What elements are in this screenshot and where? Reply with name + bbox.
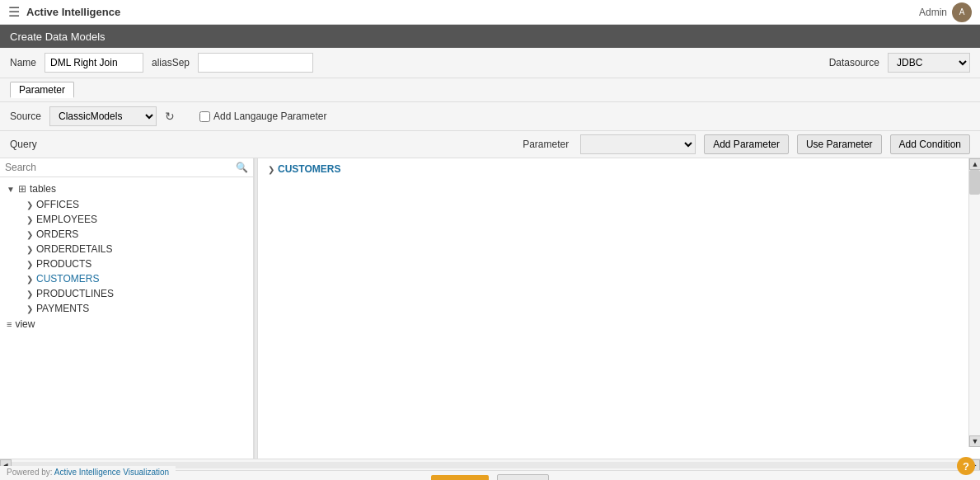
powered-by: Powered by: Active Intelligence Visualiz… xyxy=(0,466,176,478)
orders-label: ORDERS xyxy=(36,228,78,240)
alias-input[interactable] xyxy=(198,53,313,73)
products-label: PRODUCTS xyxy=(36,258,91,270)
customers-table-row[interactable]: ❯ CUSTOMERS xyxy=(258,158,980,180)
powered-by-link[interactable]: Active Intelligence Visualization xyxy=(54,468,169,477)
refresh-button[interactable]: ↻ xyxy=(165,110,175,123)
name-row: Name aliasSep Datasource JDBC xyxy=(0,48,980,78)
productlines-arrow-icon: ❯ xyxy=(26,289,33,299)
source-label: Source xyxy=(10,111,41,122)
param-tab-bar: Parameter xyxy=(0,78,980,102)
tree-root-tables[interactable]: ▼ ⊞ tables xyxy=(0,181,253,197)
source-select[interactable]: ClassicModels xyxy=(49,106,157,126)
tree-item-orders[interactable]: ❯ ORDERS xyxy=(20,227,253,242)
offices-label: OFFICES xyxy=(36,199,79,210)
app-title: Active Intelligence xyxy=(26,6,919,18)
source-row: Source ClassicModels ↻ Add Langauge Para… xyxy=(0,102,980,131)
use-parameter-button[interactable]: Use Parameter xyxy=(797,134,882,154)
alias-label: aliasSep xyxy=(152,57,190,68)
tree-item-offices[interactable]: ❯ OFFICES xyxy=(20,197,253,212)
add-condition-button[interactable]: Add Condition xyxy=(890,134,970,154)
name-input[interactable] xyxy=(45,53,143,73)
submit-button[interactable]: Submit xyxy=(431,475,488,481)
orders-arrow-icon: ❯ xyxy=(26,230,33,239)
tree-item-view[interactable]: ≡ view xyxy=(0,316,253,332)
tree-area: ▼ ⊞ tables ❯ OFFICES ❯ EMPLOYEES ❯ xyxy=(0,177,253,459)
right-scroll-area[interactable]: ❯ CUSTOMERS xyxy=(258,158,980,459)
customers-right-label: CUSTOMERS xyxy=(278,163,340,175)
add-language-label: Add Langauge Parameter xyxy=(213,111,326,122)
orderdetails-label: ORDERDETAILS xyxy=(36,243,112,255)
menu-icon[interactable]: ☰ xyxy=(8,4,20,20)
tables-arrow-icon: ▼ xyxy=(7,185,15,194)
page-title: Create Data Models xyxy=(10,31,106,43)
tables-db-icon: ⊞ xyxy=(18,183,26,195)
employees-arrow-icon: ❯ xyxy=(26,215,33,224)
scroll-down-icon[interactable]: ▼ xyxy=(969,435,980,447)
tree-item-employees[interactable]: ❯ EMPLOYEES xyxy=(20,212,253,227)
cancel-button[interactable]: Cancel xyxy=(497,474,549,481)
orderdetails-arrow-icon: ❯ xyxy=(26,245,33,254)
productlines-label: PRODUCTLINES xyxy=(36,288,114,299)
page-header: Create Data Models xyxy=(0,25,980,48)
add-parameter-button[interactable]: Add Parameter xyxy=(704,134,789,154)
customers-label: CUSTOMERS xyxy=(36,273,99,285)
avatar[interactable]: A xyxy=(952,2,972,22)
query-row: Query Parameter Add Parameter Use Parame… xyxy=(0,131,980,158)
tables-label: tables xyxy=(30,183,56,195)
tree-item-products[interactable]: ❯ PRODUCTS xyxy=(20,256,253,271)
offices-arrow-icon: ❯ xyxy=(26,200,33,209)
payments-arrow-icon: ❯ xyxy=(26,304,33,313)
datasource-label: Datasource xyxy=(829,57,879,68)
lang-check-container: Add Langauge Parameter xyxy=(199,111,326,122)
main-area: 🔍 ▼ ⊞ tables ❯ OFFICES ❯ EMPL xyxy=(0,158,980,470)
view-label: view xyxy=(15,318,35,330)
payments-label: PAYMENTS xyxy=(36,303,89,314)
right-panel: ❯ CUSTOMERS ▲ ▼ xyxy=(258,158,980,459)
tree-item-payments[interactable]: ❯ PAYMENTS xyxy=(20,301,253,316)
tree-item-customers[interactable]: ❯ CUSTOMERS xyxy=(20,271,253,286)
tree-children: ❯ OFFICES ❯ EMPLOYEES ❯ ORDERS ❯ ORDERDE… xyxy=(0,197,253,316)
employees-label: EMPLOYEES xyxy=(36,214,97,225)
parameter-select[interactable] xyxy=(580,134,696,154)
left-panel: 🔍 ▼ ⊞ tables ❯ OFFICES ❯ EMPL xyxy=(0,158,254,459)
parameter-label: Parameter xyxy=(523,139,569,150)
right-scrollbar[interactable]: ▲ ▼ xyxy=(968,158,980,447)
query-label: Query xyxy=(10,139,37,150)
search-icon: 🔍 xyxy=(236,162,248,173)
help-icon[interactable]: ? xyxy=(957,457,975,475)
topbar: ☰ Active Intelligence Admin A xyxy=(0,0,980,25)
name-label: Name xyxy=(10,57,36,68)
tree-item-productlines[interactable]: ❯ PRODUCTLINES xyxy=(20,286,253,301)
add-language-checkbox[interactable] xyxy=(199,111,210,122)
customers-arrow-icon: ❯ xyxy=(26,275,33,284)
admin-label: Admin xyxy=(919,7,947,18)
scrollbar-thumb[interactable] xyxy=(969,170,980,195)
customers-expand-icon: ❯ xyxy=(268,165,274,174)
scroll-up-icon[interactable]: ▲ xyxy=(969,158,980,170)
search-input[interactable] xyxy=(5,162,232,173)
tree-item-orderdetails[interactable]: ❯ ORDERDETAILS xyxy=(20,242,253,256)
datasource-select[interactable]: JDBC xyxy=(888,53,970,73)
view-icon: ≡ xyxy=(7,319,12,329)
parameter-tab[interactable]: Parameter xyxy=(10,82,74,98)
search-box: 🔍 xyxy=(0,158,253,177)
products-arrow-icon: ❯ xyxy=(26,260,33,269)
